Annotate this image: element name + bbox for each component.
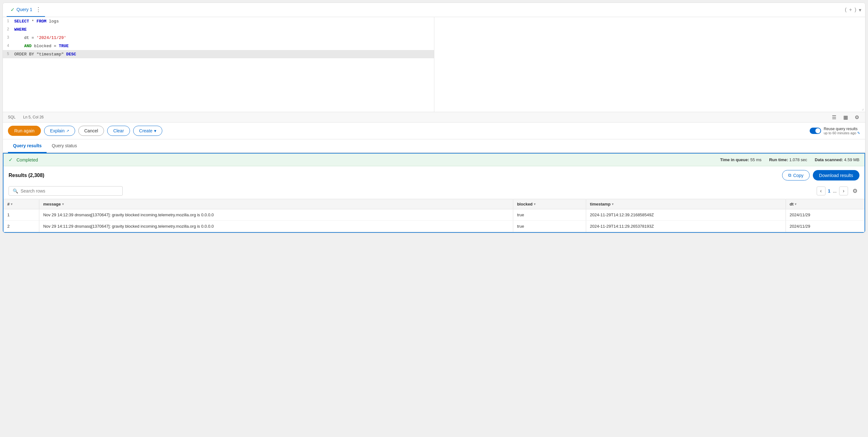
prev-page-button[interactable]: ‹: [817, 187, 826, 195]
search-box[interactable]: 🔍: [8, 186, 123, 196]
editor-wrapper: 1 SELECT * FROM logs 2 WHERE 3 dt = '202…: [3, 17, 865, 112]
settings-icon[interactable]: ⚙: [854, 114, 860, 120]
code-text-3: dt = '2024/11/29': [13, 35, 66, 40]
code-editor[interactable]: 1 SELECT * FROM logs 2 WHERE 3 dt = '202…: [3, 17, 434, 112]
reuse-edit-icon[interactable]: ✎: [857, 131, 860, 135]
code-line-2: 2 WHERE: [3, 25, 434, 34]
cancel-button[interactable]: Cancel: [78, 126, 104, 136]
code-line-5: 5 ORDER BY "timestamp" DESC: [3, 50, 434, 58]
results-header: Results (2,308) ⧉ Copy Download results: [3, 166, 865, 184]
copy-icon: ⧉: [788, 173, 791, 178]
col-header-num[interactable]: # ▾: [3, 199, 39, 209]
tab-dropdown-icon[interactable]: ▾: [859, 7, 861, 13]
completed-check-icon: ✓: [8, 157, 13, 163]
cell-num-1: 2: [3, 221, 39, 232]
col-header-message[interactable]: message ▾: [39, 199, 513, 209]
cell-message-1: Nov 29 14:11:29 dnsmasq[1370647]: gravit…: [39, 221, 513, 232]
main-container: ✓ Query 1 ⋮ ( + ) ▾ 1 SELECT * FROM logs: [3, 3, 865, 233]
cell-timestamp-1: 2024-11-29T14:11:29.265378193Z: [586, 221, 785, 232]
tab-menu-dots[interactable]: ⋮: [35, 6, 41, 13]
reuse-toggle-group: Reuse query results up to 60 minutes ago…: [810, 127, 860, 135]
download-results-button[interactable]: Download results: [813, 170, 860, 180]
next-page-button[interactable]: ›: [839, 187, 848, 195]
status-bar-right: ☰ ▦ ⚙: [831, 114, 860, 120]
check-icon: ✓: [10, 7, 14, 13]
explain-button[interactable]: Explain ↗: [44, 126, 75, 136]
create-dropdown-icon: ▾: [154, 128, 156, 133]
code-text-1: SELECT * FROM logs: [13, 19, 59, 24]
copy-button[interactable]: ⧉ Copy: [782, 170, 810, 180]
results-table: # ▾ message ▾: [3, 199, 865, 232]
create-label: Create: [139, 128, 153, 133]
code-lines: 1 SELECT * FROM logs 2 WHERE 3 dt = '202…: [3, 17, 434, 58]
data-scanned-val: 4.59 MB: [844, 157, 860, 162]
run-again-button[interactable]: Run again: [8, 126, 41, 136]
tab-query-results[interactable]: Query results: [8, 139, 46, 153]
reuse-label: Reuse query results: [824, 127, 860, 131]
table-settings-icon[interactable]: ⚙: [850, 187, 860, 195]
line-num-3: 3: [3, 35, 13, 40]
toolbar-right: Reuse query results up to 60 minutes ago…: [810, 127, 860, 135]
table-row: 2 Nov 29 14:11:29 dnsmasq[1370647]: grav…: [3, 221, 865, 232]
search-input[interactable]: [21, 189, 119, 194]
time-in-queue-stat: Time in queue: 55 ms: [720, 157, 762, 162]
data-scanned-label: Data scanned:: [815, 157, 843, 162]
pagination: ‹ 1 ... › ⚙: [817, 187, 860, 195]
col-timestamp-sort-icon[interactable]: ▾: [612, 202, 614, 206]
clear-button[interactable]: Clear: [107, 126, 130, 136]
col-dt-label: dt: [790, 202, 794, 206]
create-button[interactable]: Create ▾: [133, 126, 162, 136]
editor-position: Ln 5, Col 26: [23, 115, 44, 120]
status-bar: SQL Ln 5, Col 26 ☰ ▦ ⚙: [3, 112, 865, 123]
results-count: Results (2,308): [8, 173, 44, 178]
code-line-1: 1 SELECT * FROM logs: [3, 17, 434, 25]
table-icon[interactable]: ▦: [842, 114, 849, 120]
cell-blocked-0: true: [513, 209, 586, 221]
code-text-2: WHERE: [13, 27, 27, 32]
editor-right-panel: [434, 17, 865, 112]
query-stats: Time in queue: 55 ms Run time: 1.078 sec…: [720, 157, 860, 162]
col-header-blocked[interactable]: blocked ▾: [513, 199, 586, 209]
results-label: Results: [8, 173, 27, 178]
col-num-sort-icon[interactable]: ▾: [11, 202, 12, 206]
col-blocked-sort-icon[interactable]: ▾: [534, 202, 535, 206]
col-dt-sort-icon[interactable]: ▾: [795, 202, 796, 206]
col-header-dt[interactable]: dt ▾: [786, 199, 865, 209]
code-text-4: AND blocked = TRUE: [13, 44, 69, 48]
time-in-queue-label: Time in queue:: [720, 157, 749, 162]
reuse-text-block: Reuse query results up to 60 minutes ago…: [824, 127, 860, 135]
code-line-4: 4 AND blocked = TRUE: [3, 42, 434, 50]
cell-blocked-1: true: [513, 221, 586, 232]
col-header-timestamp[interactable]: timestamp ▾: [586, 199, 785, 209]
results-tabs: Query results Query status: [3, 139, 865, 153]
run-time-label: Run time:: [769, 157, 788, 162]
time-in-queue-val: 55 ms: [750, 157, 762, 162]
add-tab-button[interactable]: +: [849, 7, 852, 13]
cell-dt-0: 2024/11/29: [786, 209, 865, 221]
tab-bar-actions: ( + ) ▾: [845, 7, 861, 13]
editor-area[interactable]: 1 SELECT * FROM logs 2 WHERE 3 dt = '202…: [3, 17, 865, 112]
tab-bar: ✓ Query 1 ⋮ ( + ) ▾: [3, 3, 865, 17]
search-icon: 🔍: [13, 189, 18, 194]
line-num-2: 2: [3, 27, 13, 32]
reuse-query-toggle[interactable]: [810, 128, 821, 134]
editor-lang: SQL: [8, 115, 16, 120]
col-message-label: message: [43, 202, 61, 206]
col-num-label: #: [7, 202, 9, 206]
close-paren-label: ): [855, 7, 856, 13]
resize-handle[interactable]: ⌟: [862, 106, 864, 111]
tab-query-status[interactable]: Query status: [46, 139, 82, 153]
page-ellipsis: ...: [833, 189, 837, 194]
cell-num-0: 1: [3, 209, 39, 221]
indent-icon[interactable]: ☰: [831, 114, 837, 120]
query-tab[interactable]: ✓ Query 1 ⋮: [7, 3, 45, 17]
run-time-val: 1.078 sec: [789, 157, 807, 162]
col-message-sort-icon[interactable]: ▾: [62, 202, 64, 206]
data-scanned-stat: Data scanned: 4.59 MB: [815, 157, 860, 162]
explain-label: Explain: [50, 128, 65, 133]
reuse-subtext: up to 60 minutes ago ✎: [824, 131, 860, 135]
current-page: 1: [828, 189, 831, 194]
line-num-1: 1: [3, 19, 13, 24]
col-timestamp-label: timestamp: [590, 202, 611, 206]
results-number: (2,308): [28, 173, 44, 178]
